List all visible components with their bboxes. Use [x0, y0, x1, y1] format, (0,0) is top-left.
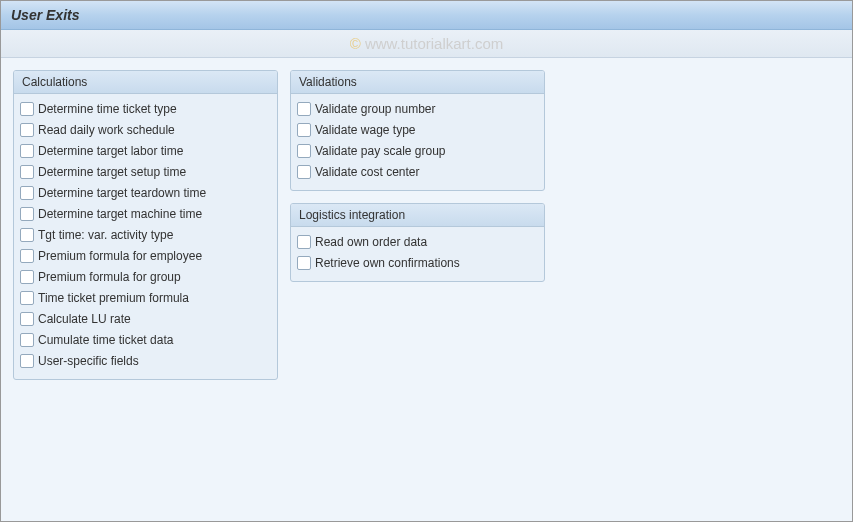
page-title: User Exits — [11, 7, 842, 23]
check-row: Determine target setup time — [20, 161, 271, 182]
checkbox-premium-formula-employee[interactable] — [20, 249, 34, 263]
checkbox-label: Premium formula for employee — [38, 249, 202, 263]
checkbox-cumulate-time-ticket-data[interactable] — [20, 333, 34, 347]
watermark-text: www.tutorialkart.com — [365, 35, 503, 52]
checkbox-label: Validate group number — [315, 102, 436, 116]
group-header-validations: Validations — [291, 71, 544, 94]
checkbox-determine-target-labor-time[interactable] — [20, 144, 34, 158]
check-row: Determine target machine time — [20, 203, 271, 224]
checkbox-label: Tgt time: var. activity type — [38, 228, 173, 242]
check-row: Determine target labor time — [20, 140, 271, 161]
checkbox-validate-wage-type[interactable] — [297, 123, 311, 137]
checkbox-tgt-time-var-activity-type[interactable] — [20, 228, 34, 242]
checkbox-validate-cost-center[interactable] — [297, 165, 311, 179]
checkbox-premium-formula-group[interactable] — [20, 270, 34, 284]
check-row: Validate pay scale group — [297, 140, 538, 161]
checkbox-label: Determine target machine time — [38, 207, 202, 221]
checkbox-label: Validate cost center — [315, 165, 420, 179]
checkbox-determine-time-ticket-type[interactable] — [20, 102, 34, 116]
checkbox-validate-group-number[interactable] — [297, 102, 311, 116]
group-calculations: Calculations Determine time ticket type … — [13, 70, 278, 380]
checkbox-label: Determine target labor time — [38, 144, 183, 158]
checkbox-label: Time ticket premium formula — [38, 291, 189, 305]
checkbox-validate-pay-scale-group[interactable] — [297, 144, 311, 158]
group-body-validations: Validate group number Validate wage type… — [291, 94, 544, 190]
checkbox-time-ticket-premium-formula[interactable] — [20, 291, 34, 305]
check-row: Determine target teardown time — [20, 182, 271, 203]
check-row: Cumulate time ticket data — [20, 329, 271, 350]
checkbox-label: Determine target teardown time — [38, 186, 206, 200]
check-row: Premium formula for group — [20, 266, 271, 287]
checkbox-label: User-specific fields — [38, 354, 139, 368]
checkbox-label: Validate wage type — [315, 123, 416, 137]
check-row: Retrieve own confirmations — [297, 252, 538, 273]
window-header: User Exits — [1, 1, 852, 30]
check-row: Validate wage type — [297, 119, 538, 140]
check-row: Time ticket premium formula — [20, 287, 271, 308]
checkbox-label: Cumulate time ticket data — [38, 333, 173, 347]
group-body-logistics: Read own order data Retrieve own confirm… — [291, 227, 544, 281]
group-header-logistics: Logistics integration — [291, 204, 544, 227]
check-row: Calculate LU rate — [20, 308, 271, 329]
copyright-symbol: © — [350, 35, 361, 52]
checkbox-label: Retrieve own confirmations — [315, 256, 460, 270]
checkbox-retrieve-own-confirmations[interactable] — [297, 256, 311, 270]
check-row: Validate cost center — [297, 161, 538, 182]
content-area: Calculations Determine time ticket type … — [1, 58, 852, 522]
check-row: Read daily work schedule — [20, 119, 271, 140]
checkbox-label: Read own order data — [315, 235, 427, 249]
check-row: Tgt time: var. activity type — [20, 224, 271, 245]
check-row: Premium formula for employee — [20, 245, 271, 266]
checkbox-determine-target-machine-time[interactable] — [20, 207, 34, 221]
layout-columns: Calculations Determine time ticket type … — [13, 70, 840, 392]
checkbox-user-specific-fields[interactable] — [20, 354, 34, 368]
checkbox-read-own-order-data[interactable] — [297, 235, 311, 249]
check-row: Validate group number — [297, 98, 538, 119]
check-row: Determine time ticket type — [20, 98, 271, 119]
checkbox-read-daily-work-schedule[interactable] — [20, 123, 34, 137]
group-header-calculations: Calculations — [14, 71, 277, 94]
group-logistics-integration: Logistics integration Read own order dat… — [290, 203, 545, 282]
check-row: User-specific fields — [20, 350, 271, 371]
checkbox-label: Read daily work schedule — [38, 123, 175, 137]
right-column: Validations Validate group number Valida… — [290, 70, 545, 392]
checkbox-determine-target-teardown-time[interactable] — [20, 186, 34, 200]
checkbox-label: Calculate LU rate — [38, 312, 131, 326]
checkbox-label: Determine time ticket type — [38, 102, 177, 116]
checkbox-determine-target-setup-time[interactable] — [20, 165, 34, 179]
checkbox-label: Determine target setup time — [38, 165, 186, 179]
group-body-calculations: Determine time ticket type Read daily wo… — [14, 94, 277, 379]
checkbox-label: Validate pay scale group — [315, 144, 446, 158]
toolbar-row: © www.tutorialkart.com — [1, 30, 852, 58]
left-column: Calculations Determine time ticket type … — [13, 70, 278, 392]
checkbox-calculate-lu-rate[interactable] — [20, 312, 34, 326]
check-row: Read own order data — [297, 231, 538, 252]
group-validations: Validations Validate group number Valida… — [290, 70, 545, 191]
checkbox-label: Premium formula for group — [38, 270, 181, 284]
